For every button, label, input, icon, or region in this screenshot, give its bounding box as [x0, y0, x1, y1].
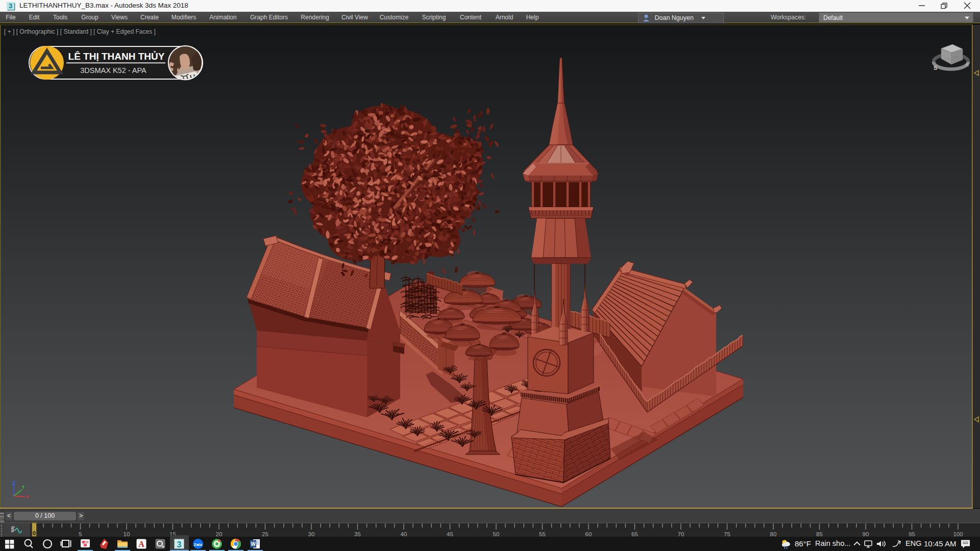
- svg-text:95: 95: [909, 531, 915, 537]
- svg-text:50: 50: [493, 531, 500, 537]
- svg-text:20: 20: [216, 531, 223, 537]
- svg-text:FRO: FRO: [944, 57, 951, 60]
- svg-text:60: 60: [585, 531, 592, 537]
- svg-text:100: 100: [953, 531, 963, 537]
- svg-text:LÊ THỊ THANH THỦY: LÊ THỊ THANH THỦY: [68, 51, 165, 62]
- svg-text:45: 45: [447, 531, 453, 537]
- svg-text:55: 55: [539, 531, 546, 537]
- svg-text:65: 65: [631, 531, 638, 537]
- svg-text:3DSMAX K52 - APA: 3DSMAX K52 - APA: [80, 66, 146, 74]
- svg-text:90: 90: [863, 531, 869, 537]
- svg-text:5: 5: [79, 531, 82, 537]
- svg-text:10: 10: [124, 531, 130, 537]
- svg-text:W: W: [251, 541, 256, 547]
- svg-text:85: 85: [816, 531, 823, 537]
- svg-text:[ + ] [ Orthographic ] [ Stand: [ + ] [ Orthographic ] [ Standard ] [ Cl…: [4, 28, 156, 35]
- svg-text:0: 0: [33, 530, 36, 536]
- svg-text:70: 70: [678, 531, 684, 537]
- svg-text:75: 75: [724, 531, 730, 537]
- svg-text:A: A: [138, 540, 144, 548]
- svg-text:35: 35: [354, 531, 361, 537]
- svg-text:80: 80: [770, 531, 777, 537]
- svg-text:30: 30: [308, 531, 315, 537]
- svg-text:Zalo: Zalo: [194, 542, 203, 547]
- svg-text:25: 25: [262, 531, 268, 537]
- svg-text:3: 3: [177, 540, 182, 549]
- svg-text:E: E: [966, 62, 969, 67]
- svg-text:S: S: [934, 65, 937, 71]
- svg-text:RIG: RIG: [953, 56, 959, 59]
- svg-text:40: 40: [401, 531, 407, 537]
